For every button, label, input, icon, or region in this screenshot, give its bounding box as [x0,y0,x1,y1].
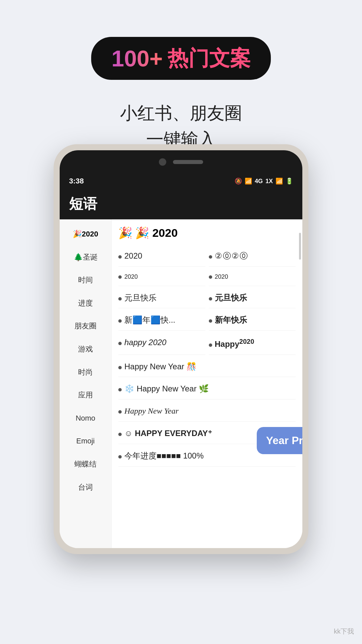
item-text: ②⓪②⓪ [215,250,248,262]
section-title-text: 🎉 2020 [135,226,178,239]
speaker-slot [173,160,203,164]
scrollbar[interactable] [299,233,301,260]
section-title: 🎉 🎉 2020 [118,226,296,239]
item-text: Happy2020 [215,337,254,350]
app-title: 短语 [69,196,97,212]
sidebar-item-2020[interactable]: 🎉2020 [60,223,111,246]
item-text: 2020 [124,273,138,281]
phone-camera-bar [60,150,302,174]
list-item[interactable]: 新🟦年🟦快... [118,310,205,331]
item-text: 2020 [124,250,142,262]
bullet-icon [118,255,122,259]
tooltip-bubble: Year Pr [257,427,302,454]
battery-icon: 🔋 [286,177,293,185]
top-section: 100+ 热门文案 小红书、朋友圈 一键输入 [0,0,362,152]
phone-inner: 3:38 🔕 📶 4G 1X 📶 🔋 短语 🎉2020 [60,150,302,548]
phone-mockup: 3:38 🔕 📶 4G 1X 📶 🔋 短语 🎉2020 [54,144,308,554]
sidebar-item-bow[interactable]: 蝴蝶结 [60,453,111,476]
sidebar-item-friends[interactable]: 朋友圈 [60,315,111,338]
list-item[interactable]: 元旦快乐 [209,287,296,309]
status-bar: 3:38 🔕 📶 4G 1X 📶 🔋 [60,174,302,189]
bullet-icon [118,433,122,436]
item-text: Happy New Year 🎊 [124,361,196,372]
list-item[interactable]: ❄️ Happy New Year 🌿 [118,378,296,399]
badge-label: 热门文案 [168,44,251,72]
section-emoji: 🎉 [118,226,132,239]
sidebar-item-app[interactable]: 应用 [60,384,111,407]
list-item[interactable]: ②⓪②⓪ [209,246,296,267]
sidebar-item-lines[interactable]: 台词 [60,476,111,499]
phone-outer: 3:38 🔕 📶 4G 1X 📶 🔋 短语 🎉2020 [54,144,308,554]
sidebar: 🎉2020 🌲圣诞 时间 进度 朋友圈 游戏 时尚 应用 Nomo Emoji … [60,219,112,548]
bullet-icon [118,297,122,301]
list-item[interactable]: 2020 [209,268,296,286]
bullet-icon [118,455,122,459]
app-header: 短语 [60,189,302,219]
signal-label: 4G [255,178,263,185]
list-item[interactable]: Happy2020 [209,332,296,355]
bullet-icon [209,275,212,279]
bullet-icon [209,343,212,347]
tooltip-text: Year Pr [266,434,302,446]
list-item[interactable]: Happy New Year [118,401,296,422]
item-text: 今年进度■■■■■ 100% [124,450,204,462]
sidebar-item-game[interactable]: 游戏 [60,338,111,361]
item-text: happy 2020 [124,337,166,348]
bullet-icon [118,319,122,323]
item-text: 新🟦年🟦快... [124,314,175,326]
bullet-icon [118,275,122,279]
mute-icon: 🔕 [235,177,242,185]
sidebar-item-time[interactable]: 时间 [60,269,111,292]
status-icons: 🔕 📶 4G 1X 📶 🔋 [235,177,293,185]
status-time: 3:38 [69,177,84,185]
sidebar-item-fashion[interactable]: 时尚 [60,361,111,384]
bullet-icon [209,319,212,323]
main-content: 🎉 🎉 2020 2020 ②⓪②⓪ [112,219,302,548]
item-text: ☺ HAPPY EVERYDAY⁺ [124,428,212,439]
camera-circle [159,158,166,166]
signal-bars: 📶 [276,177,283,185]
signal2-label: 1X [265,178,273,185]
bullet-icon [209,255,212,259]
list-item[interactable]: Happy New Year 🎊 [118,356,296,377]
item-text: 元旦快乐 [124,292,157,304]
badge: 100+ 热门文案 [91,37,270,80]
sidebar-item-emoji[interactable]: Emoji [60,430,111,453]
sidebar-item-christmas[interactable]: 🌲圣诞 [60,246,111,269]
app-body: 🎉2020 🌲圣诞 时间 进度 朋友圈 游戏 时尚 应用 Nomo Emoji … [60,219,302,548]
item-text: 元旦快乐 [215,292,247,304]
list-item[interactable]: 2020 [118,268,205,286]
watermark: kk下我 [334,627,354,636]
badge-100: 100+ [111,45,163,71]
item-text: ❄️ Happy New Year 🌿 [124,383,209,394]
bullet-icon [118,410,122,414]
bullet-icon [209,297,212,301]
list-item[interactable]: 新年快乐 [209,310,296,331]
sidebar-item-nomo[interactable]: Nomo [60,407,111,430]
wifi-icon: 📶 [245,177,252,185]
subtitle-line1: 小红书、朋友圈 [120,100,242,126]
item-text: 2020 [215,273,228,281]
item-text: 新年快乐 [215,314,247,326]
list-item[interactable]: happy 2020 [118,332,205,355]
list-item[interactable]: 元旦快乐 [118,287,205,309]
bullet-icon [118,388,122,391]
bullet-icon [118,342,122,345]
item-text: Happy New Year [124,406,179,417]
bullet-icon [118,366,122,369]
sidebar-item-progress[interactable]: 进度 [60,292,111,315]
list-item[interactable]: 2020 [118,246,205,267]
